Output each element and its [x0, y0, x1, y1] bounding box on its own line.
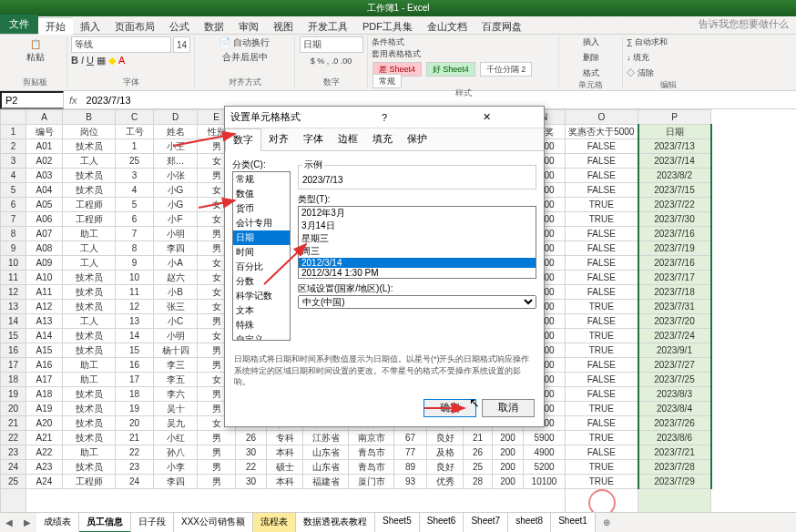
autosum[interactable]: ∑ 自动求和 — [627, 36, 668, 48]
sheet-tab[interactable]: Sheet1 — [551, 513, 596, 533]
sheet-nav-prev[interactable]: ◀ — [0, 517, 18, 527]
style-good[interactable]: 好 Sheet4 — [426, 62, 475, 77]
sheet-tab[interactable]: 数据透视表教程 — [296, 513, 375, 533]
sheet-tab[interactable]: Sheet5 — [375, 513, 420, 533]
format-cells[interactable]: 格式 — [583, 67, 599, 79]
insert-cells[interactable]: 插入 — [583, 36, 599, 48]
category-item[interactable]: 会计专用 — [233, 216, 290, 230]
row-header[interactable]: 15 — [1, 329, 26, 343]
ok-button[interactable]: 确定 — [424, 399, 476, 417]
sheet-tab[interactable]: Sheet7 — [464, 513, 508, 533]
file-tab[interactable]: 文件 — [0, 15, 38, 34]
type-list[interactable]: 2012年3月3月14日星期三周三2012/3/142012/3/14 1:30… — [298, 206, 536, 279]
table-format[interactable]: 套用表格格式 — [372, 48, 421, 60]
sheet-tab[interactable]: 员工信息 — [79, 513, 131, 533]
clear[interactable]: ◇ 清除 — [627, 67, 654, 79]
ribbon-tab-3[interactable]: 公式 — [162, 18, 197, 35]
add-sheet-button[interactable]: ⊕ — [596, 517, 617, 527]
row-header[interactable]: 20 — [1, 402, 26, 416]
category-item[interactable]: 文本 — [233, 303, 290, 318]
row-header[interactable]: 2 — [1, 139, 26, 154]
col-header[interactable]: B — [63, 110, 116, 125]
category-list[interactable]: 常规数值货币会计专用日期时间百分比分数科学记数文本特殊自定义 — [232, 171, 291, 341]
category-item[interactable]: 时间 — [233, 245, 290, 260]
type-item[interactable]: 2012/3/14 1:30 PM — [299, 268, 536, 278]
locale-select[interactable]: 中文(中国) — [298, 295, 536, 309]
ribbon-tab-7[interactable]: 开发工具 — [301, 18, 355, 35]
type-item[interactable]: 3月14日 — [299, 220, 536, 232]
sheet-tab[interactable]: sheet8 — [508, 513, 551, 533]
ribbon-tab-4[interactable]: 数据 — [197, 18, 231, 35]
row-header[interactable]: 11 — [1, 271, 26, 285]
row-header[interactable]: 24 — [1, 460, 26, 475]
paste-label[interactable]: 粘贴 — [26, 51, 45, 64]
row-header[interactable]: 22 — [1, 431, 26, 445]
sheet-nav-next[interactable]: ▶ — [18, 517, 36, 527]
col-header[interactable]: A — [26, 110, 63, 125]
type-item[interactable]: 2012/3/14 — [299, 258, 536, 268]
ribbon-tab-8[interactable]: PDF工具集 — [355, 18, 420, 35]
fill[interactable]: ↓ 填充 — [627, 52, 649, 64]
category-item[interactable]: 数值 — [233, 187, 290, 201]
sheet-tab[interactable]: XXX公司销售额 — [174, 513, 253, 533]
row-header[interactable]: 25 — [1, 475, 26, 489]
col-header[interactable]: C — [116, 110, 154, 125]
paste-icon[interactable]: 📋 — [28, 36, 43, 51]
sheet-tab[interactable]: 流程表 — [253, 513, 296, 533]
type-item[interactable]: 周三 — [299, 245, 536, 258]
row-header[interactable]: 7 — [1, 212, 26, 227]
ribbon-tab-5[interactable]: 审阅 — [231, 18, 266, 35]
fx-icon[interactable]: fx — [64, 95, 83, 106]
sheet-tab[interactable]: 日子段 — [131, 513, 174, 533]
select-all[interactable] — [1, 110, 26, 125]
row-header[interactable]: 4 — [1, 169, 26, 183]
row-header[interactable]: 23 — [1, 445, 26, 460]
col-header[interactable]: O — [566, 110, 638, 125]
font-color-icon[interactable]: A — [118, 55, 125, 66]
row-header[interactable]: 9 — [1, 241, 26, 256]
row-header[interactable]: 3 — [1, 154, 26, 169]
category-item[interactable]: 常规 — [233, 172, 290, 187]
dialog-tab-5[interactable]: 保护 — [400, 128, 434, 150]
ribbon-tab-9[interactable]: 金山文档 — [420, 18, 475, 35]
row-header[interactable]: 17 — [1, 358, 26, 373]
row-header[interactable]: 14 — [1, 314, 26, 329]
delete-cells[interactable]: 删除 — [583, 52, 599, 64]
ribbon-tab-6[interactable]: 视图 — [266, 18, 301, 35]
dialog-close-button[interactable]: ✕ — [435, 111, 538, 123]
sheet-tab[interactable]: 成绩表 — [36, 513, 79, 533]
col-header[interactable]: D — [154, 110, 198, 125]
style-normal[interactable]: 常规 — [372, 74, 402, 88]
dialog-tab-0[interactable]: 数字 — [225, 128, 261, 151]
row-header[interactable]: 18 — [1, 373, 26, 387]
cond-format[interactable]: 条件格式 — [372, 36, 421, 48]
row-header[interactable]: 19 — [1, 387, 26, 402]
row-header[interactable]: 6 — [1, 198, 26, 212]
category-item[interactable]: 科学记数 — [233, 289, 290, 303]
italic-button[interactable]: I — [81, 55, 84, 66]
ribbon-tab-2[interactable]: 页面布局 — [107, 18, 162, 35]
category-item[interactable]: 货币 — [233, 201, 290, 216]
merge-center[interactable]: 合并后居中 — [222, 51, 268, 64]
cancel-button[interactable]: 取消 — [482, 399, 535, 417]
table-row[interactable]: 23A22助工22孙八男30本科山东省青岛市77及格262004900FALSE… — [1, 445, 711, 460]
category-item[interactable]: 分数 — [233, 274, 290, 289]
row-header[interactable]: 21 — [1, 416, 26, 431]
dialog-tab-1[interactable]: 对齐 — [261, 128, 296, 150]
row-header[interactable]: 12 — [1, 285, 26, 300]
row-header[interactable]: 5 — [1, 183, 26, 198]
dialog-tab-2[interactable]: 字体 — [296, 128, 331, 150]
font-size[interactable]: 14 — [173, 36, 190, 53]
font-name[interactable]: 等线 — [71, 36, 171, 53]
category-item[interactable]: 自定义 — [233, 332, 290, 341]
ribbon-tab-10[interactable]: 百度网盘 — [475, 18, 529, 35]
bold-button[interactable]: B — [71, 55, 78, 66]
type-item[interactable]: 2012/3/14 13:30 — [299, 278, 536, 279]
row-header[interactable]: 8 — [1, 227, 26, 241]
dialog-tab-3[interactable]: 边框 — [331, 128, 365, 150]
style-thousands[interactable]: 千位分隔 2 — [480, 62, 533, 77]
col-header[interactable]: P — [638, 110, 711, 125]
category-item[interactable]: 百分比 — [233, 260, 290, 274]
underline-button[interactable]: U — [87, 55, 94, 66]
table-row[interactable]: 25A24工程师24李四男30本科福建省厦门市93优秀2820010100TRU… — [1, 475, 711, 489]
